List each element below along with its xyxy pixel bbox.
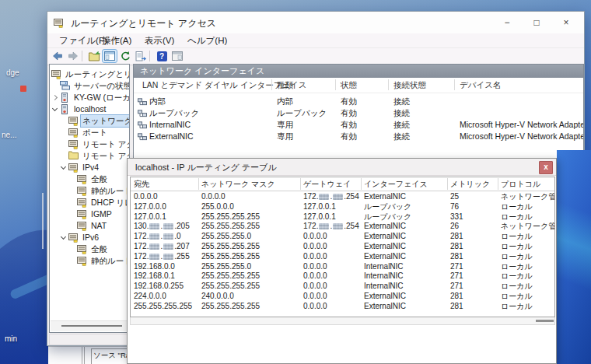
route-row[interactable]: 0.0.0.00.0.0.0172...254ExternalNIC25ネットワ… bbox=[131, 192, 554, 201]
rras-node-icon bbox=[68, 233, 79, 243]
tree-item[interactable]: 静的ルート bbox=[50, 255, 130, 267]
route-row[interactable]: 255.255.255.255255.255.255.2550.0.0.0Ext… bbox=[131, 302, 554, 311]
interface-cell: ループバック bbox=[277, 107, 327, 119]
route-row[interactable]: 127.0.0.0255.0.0.0127.0.0.1ループバック76ローカル bbox=[131, 202, 554, 212]
route-row[interactable]: 130...205255.255.255.255172...254Externa… bbox=[131, 222, 554, 231]
route-row[interactable]: 224.0.0.0240.0.0.00.0.0.0ExternalNIC281ロ… bbox=[131, 292, 554, 301]
desktop-icon-label[interactable]: ne... bbox=[2, 131, 16, 139]
help-icon[interactable]: ? bbox=[155, 50, 169, 62]
maximize-button[interactable]: □ bbox=[522, 12, 551, 33]
redacted-octets bbox=[163, 243, 173, 250]
interface-row[interactable]: ループバックループバック有効接続 bbox=[134, 107, 583, 119]
interfaces-column-header[interactable]: 接続状態 bbox=[393, 80, 426, 91]
column-divider[interactable] bbox=[271, 79, 272, 90]
tree-item[interactable]: IPv4 bbox=[50, 162, 130, 173]
nic-icon bbox=[138, 121, 147, 128]
interfaces-column-header[interactable]: デバイス名 bbox=[460, 80, 501, 91]
column-divider[interactable] bbox=[388, 79, 389, 90]
window-titlebar[interactable]: ルーティングとリモート アクセス −□× bbox=[47, 12, 584, 34]
routing-column-header[interactable]: メトリック bbox=[450, 179, 490, 190]
column-divider[interactable] bbox=[454, 79, 455, 90]
column-divider[interactable] bbox=[447, 178, 448, 190]
close-button[interactable]: × bbox=[551, 12, 581, 33]
tree-item[interactable]: 全般 bbox=[50, 243, 130, 255]
tree-item[interactable]: 静的ルート bbox=[50, 185, 130, 197]
menu-f[interactable]: ファイル(F) bbox=[59, 35, 107, 47]
dialog-close-button[interactable]: x bbox=[539, 161, 553, 174]
tree-item[interactable]: localhost bbox=[50, 103, 130, 115]
rras-app-icon bbox=[54, 17, 65, 28]
tree-item[interactable]: 全般 bbox=[50, 173, 130, 185]
new-window-icon[interactable] bbox=[170, 50, 184, 62]
route-cell: ローカル bbox=[501, 242, 533, 251]
menu-a[interactable]: 操作(A) bbox=[102, 35, 131, 47]
route-cell: ローカル bbox=[501, 282, 533, 291]
tree-item[interactable]: ルーティングとリモート アクセス bbox=[50, 68, 130, 80]
route-cell: ネットワーク管理 bbox=[501, 192, 555, 201]
tree-item-label: 静的ルート bbox=[89, 185, 130, 197]
route-cell: 281 bbox=[450, 292, 463, 301]
tree-item[interactable]: NAT bbox=[50, 220, 130, 232]
tree-item[interactable]: KY-GW (ローカル) bbox=[50, 92, 130, 103]
column-divider[interactable] bbox=[361, 178, 362, 190]
column-divider[interactable] bbox=[498, 178, 498, 190]
route-row[interactable]: 192.168.0.255255.255.255.2550.0.0.0Inter… bbox=[131, 282, 554, 291]
route-row[interactable]: 172...207255.255.255.2550.0.0.0ExternalN… bbox=[131, 242, 554, 251]
refresh-icon[interactable] bbox=[118, 50, 132, 62]
route-cell: 0.0.0.0 bbox=[303, 252, 327, 261]
tree-horizontal-scrollbar[interactable] bbox=[51, 320, 128, 331]
route-cell: ローカル bbox=[501, 271, 533, 281]
dialog-scrollbar-thumb[interactable] bbox=[536, 320, 554, 322]
routing-column-header[interactable]: プロトコル bbox=[501, 179, 540, 190]
route-cell: 0.0.0.0 bbox=[303, 232, 327, 241]
route-cell: 281 bbox=[450, 232, 463, 241]
chevron-right-icon[interactable] bbox=[52, 95, 58, 101]
tree-item[interactable]: リモート アクセス クライアント bbox=[50, 138, 130, 150]
tree-item[interactable]: DHCP リレー エージ bbox=[50, 197, 130, 208]
route-row[interactable]: 192.168.0.1255.255.255.2550.0.0.0Interna… bbox=[131, 271, 554, 281]
column-divider[interactable] bbox=[300, 178, 301, 190]
interface-row[interactable]: InternalNIC専用有効接続Microsoft Hyper-V Netwo… bbox=[134, 119, 583, 131]
route-row[interactable]: 172...0255.255.255.00.0.0.0ExternalNIC28… bbox=[131, 232, 554, 241]
chevron-down-icon[interactable] bbox=[61, 165, 67, 171]
interface-cell: 接続 bbox=[393, 96, 410, 107]
desktop-icon-label[interactable]: dge bbox=[6, 68, 19, 77]
routing-column-header[interactable]: 宛先 bbox=[134, 179, 149, 190]
dialog-titlebar[interactable]: localhost - IP ルーティング テーブル x bbox=[128, 159, 556, 176]
interface-row[interactable]: 内部内部有効接続 bbox=[134, 96, 583, 107]
minimize-button[interactable]: − bbox=[492, 12, 522, 33]
route-row[interactable]: 172...255255.255.255.2550.0.0.0ExternalN… bbox=[131, 252, 554, 261]
column-divider[interactable] bbox=[198, 178, 199, 190]
menu-h[interactable]: ヘルプ(H) bbox=[187, 35, 227, 47]
tree-item[interactable]: サーバーの状態 bbox=[50, 80, 130, 92]
tree-scrollbar-thumb[interactable] bbox=[61, 325, 122, 327]
tree-item[interactable]: IPv6 bbox=[50, 232, 130, 243]
desktop-icon-label[interactable]: min bbox=[5, 334, 17, 343]
desktop-icon[interactable] bbox=[20, 86, 26, 92]
export-list-icon[interactable] bbox=[134, 50, 148, 62]
interfaces-column-header[interactable]: 状態 bbox=[341, 80, 357, 91]
show-hide-console-tree-icon[interactable] bbox=[103, 50, 117, 62]
interfaces-column-header[interactable]: 種類 bbox=[277, 80, 293, 91]
tree-item[interactable]: リモート アクセスのログとポリ bbox=[50, 150, 130, 162]
forward-icon[interactable] bbox=[66, 50, 80, 62]
tree-item[interactable]: ネットワーク インターフェイス bbox=[50, 115, 130, 127]
column-divider[interactable] bbox=[554, 178, 555, 190]
chevron-down-icon[interactable] bbox=[52, 107, 58, 113]
folder-icon bbox=[68, 151, 79, 161]
routing-column-header[interactable]: インターフェイス bbox=[364, 179, 428, 190]
export-folder-icon[interactable] bbox=[87, 50, 101, 62]
back-icon[interactable] bbox=[51, 50, 65, 62]
redacted-octets bbox=[319, 223, 329, 229]
menu-v[interactable]: 表示(V) bbox=[145, 35, 174, 47]
tree-item[interactable]: ポート bbox=[50, 127, 130, 138]
tree-item[interactable]: IGMP bbox=[50, 208, 130, 220]
routing-column-header[interactable]: ネットワーク マスク bbox=[201, 179, 275, 190]
route-row[interactable]: 192.168.0.0255.255.255.00.0.0.0InternalN… bbox=[131, 262, 554, 271]
chevron-down-icon[interactable] bbox=[61, 235, 67, 241]
routing-column-header[interactable]: ゲートウェイ bbox=[303, 179, 351, 190]
dialog-horizontal-scrollbar[interactable] bbox=[130, 317, 555, 325]
interface-row[interactable]: ExternalNIC専用有効接続Microsoft Hyper-V Netwo… bbox=[134, 131, 583, 142]
route-row[interactable]: 127.0.0.1255.255.255.255127.0.0.1ループバック3… bbox=[131, 212, 554, 222]
column-divider[interactable] bbox=[335, 79, 336, 90]
